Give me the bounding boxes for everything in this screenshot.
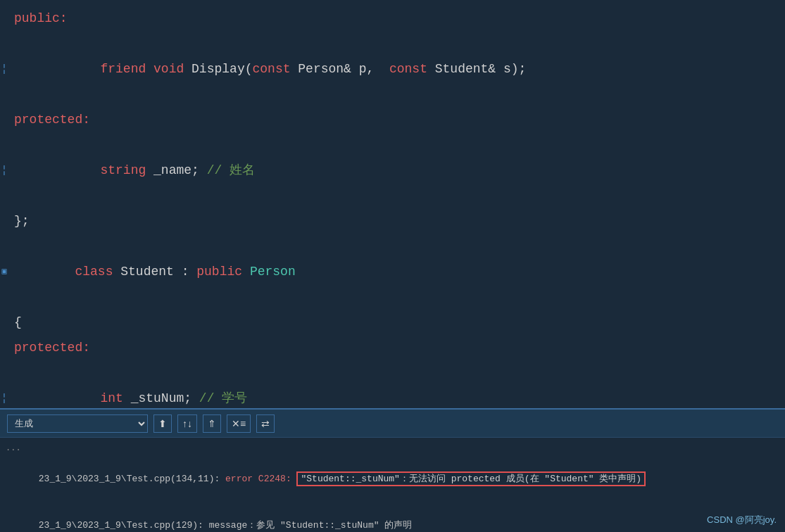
code-line: public: xyxy=(0,6,785,31)
line-indicator: ▣ xyxy=(0,259,8,284)
code-line: ¦ int _stuNum; // 学号 xyxy=(0,360,785,408)
error-code: error C2248: xyxy=(225,474,296,484)
toolbar-btn-4[interactable]: ✕≡ xyxy=(227,414,251,433)
code-line: protected: xyxy=(0,107,785,132)
line-indicator: ¦ xyxy=(0,386,8,408)
toolbar-btn-5[interactable]: ⇄ xyxy=(256,414,275,433)
line-indicator: ¦ xyxy=(0,158,8,183)
output-error-line: 23_1_9\2023_1_9\Test.cpp(134,11): error … xyxy=(6,456,779,502)
bottom-panel: 生成 ⬆ ↑↓ ⇑ ✕≡ ⇄ ... 23_1_9\2023_1_9\Test.… xyxy=(0,408,785,532)
error-path: 23_1_9\2023_1_9\Test.cpp(134,11): xyxy=(39,474,225,484)
code-line: ¦ friend void Display(const Person& p, c… xyxy=(0,31,785,107)
toolbar-btn-3[interactable]: ⇑ xyxy=(203,414,221,433)
code-line: protected: xyxy=(0,335,785,360)
code-editor: public: ¦ friend void Display(const Pers… xyxy=(0,0,785,408)
code-line: }; xyxy=(0,208,785,234)
code-line: ¦ string _name; // 姓名 xyxy=(0,132,785,208)
output-line: ... xyxy=(6,441,779,456)
build-dropdown[interactable]: 生成 xyxy=(7,414,148,433)
error-highlight-box: "Student::_stuNum"：无法访问 protected 成员(在 "… xyxy=(296,471,646,486)
code-line: { xyxy=(0,310,785,335)
toolbar-btn-2[interactable]: ↑↓ xyxy=(177,414,197,433)
output-panel: ... 23_1_9\2023_1_9\Test.cpp(134,11): er… xyxy=(0,438,785,532)
bottom-toolbar: 生成 ⬆ ↑↓ ⇑ ✕≡ ⇄ xyxy=(0,410,785,438)
output-message-line-1: 23_1_9\2023_1_9\Test.cpp(129): message：参… xyxy=(6,502,779,532)
code-line: ▣ class Student : public Person xyxy=(0,234,785,310)
line-indicator: ¦ xyxy=(0,56,8,82)
csdn-watermark: CSDN @阿亮joy. xyxy=(707,514,777,526)
toolbar-btn-1[interactable]: ⬆ xyxy=(153,414,172,433)
